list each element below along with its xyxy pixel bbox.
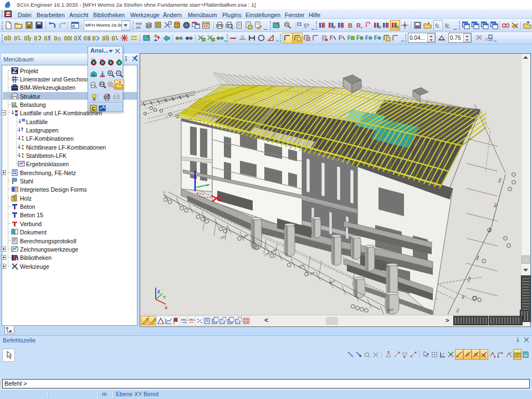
svg-text:F: F	[356, 35, 360, 41]
svg-text:F: F	[347, 35, 351, 41]
svg-text:B: B	[348, 22, 352, 29]
svg-text:Y: Y	[163, 295, 166, 300]
svg-text:I]?: I]?	[304, 23, 309, 28]
svg-text:R,: R,	[356, 22, 362, 29]
svg-text:10: 10	[488, 38, 493, 42]
svg-text:F: F	[365, 35, 369, 41]
svg-text:C: C	[92, 106, 96, 111]
svg-text:R: R	[109, 83, 112, 86]
svg-text:0: 0	[58, 36, 61, 42]
svg-text:ABC: ABC	[188, 318, 195, 321]
svg-text:cm: cm	[136, 25, 141, 29]
svg-text:1/: 1/	[485, 37, 488, 41]
svg-text:mm: mm	[136, 22, 142, 25]
svg-text:F: F	[330, 35, 333, 41]
svg-text:11: 11	[241, 35, 244, 39]
svg-text:ABC: ABC	[181, 318, 187, 321]
svg-text:F: F	[374, 35, 377, 41]
svg-text:FA: FA	[6, 12, 11, 17]
svg-text:Z: Z	[157, 289, 160, 294]
svg-text:F: F	[339, 35, 342, 41]
svg-text:R: R	[427, 352, 429, 356]
svg-text:X: X	[165, 305, 168, 310]
